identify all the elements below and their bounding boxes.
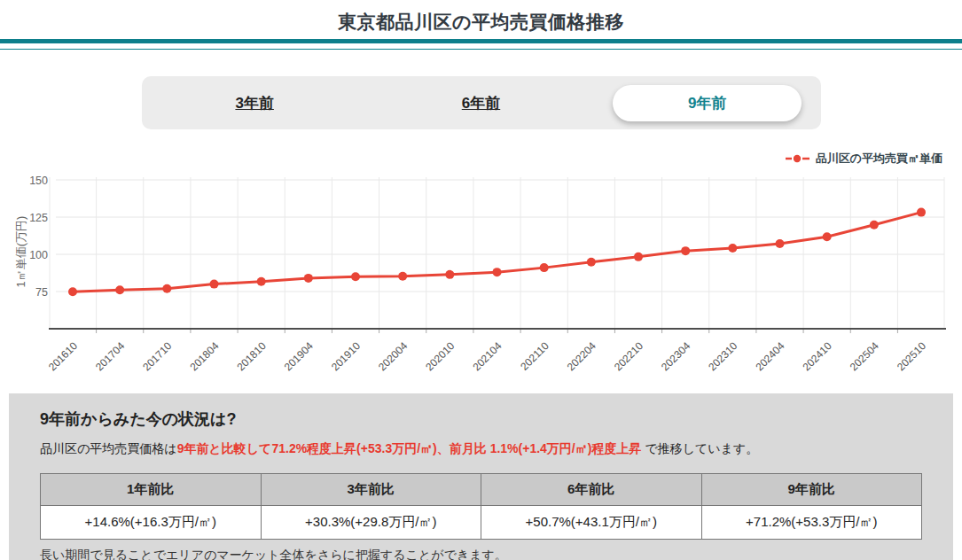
x-tick-label: 201610 [46,339,80,373]
value-3years: +30.3%(+29.8万円/㎡) [261,506,481,540]
value-9years: +71.2%(+53.3万円/㎡) [701,506,922,540]
data-point [398,272,407,281]
data-point [917,208,926,217]
x-tick-label: 202510 [895,339,928,373]
x-tick-label: 201904 [282,339,316,373]
page-header: 東京都品川区の平均売買価格推移 [0,0,962,50]
page-title: 東京都品川区の平均売買価格推移 [0,0,962,35]
data-point [445,270,454,279]
summary-text: 品川区の平均売買価格は9年前と比較して71.2%程度上昇(+53.3万円/㎡)、… [40,439,922,457]
data-point [351,272,360,281]
summary-text-highlight: 9年前と比較して71.2%程度上昇(+53.3万円/㎡)、前月比 1.1%(+1… [177,441,642,455]
divider-thick [0,39,962,43]
data-point [540,263,549,272]
x-tick-label: 201704 [93,339,127,373]
tab-6years[interactable]: 6年前 [368,76,594,129]
x-tick-label: 201710 [140,339,174,373]
data-point [257,277,266,286]
header-1year: 1年前比 [41,474,262,506]
x-tick-label: 202410 [801,339,834,373]
tab-9years[interactable]: 9年前 [594,76,820,129]
data-point [304,274,313,283]
tab-3years[interactable]: 3年前 [142,76,368,129]
value-6years: +50.7%(+43.1万円/㎡) [481,506,702,540]
x-tick-label: 202204 [565,339,598,373]
x-tick-label: 202404 [753,339,786,373]
price-line [73,213,921,292]
summary-heading: 9年前からみた今の状況は? [40,408,922,431]
x-tick-label: 202010 [423,339,457,373]
x-tick-label: 202504 [848,339,881,373]
data-point [728,244,737,253]
period-tab-bar: 3年前 6年前 9年前 [142,76,821,129]
data-point [115,285,124,294]
comparison-table-header-row: 1年前比 3年前比 6年前比 9年前比 [41,474,922,506]
x-tick-label: 201810 [235,339,269,373]
data-point [870,221,879,229]
data-point [823,232,832,241]
legend-label: 品川区の平均売買㎡単価 [816,151,942,167]
x-tick-label: 201804 [187,339,221,373]
y-axis-label: 1㎡単価(万円) [14,216,27,288]
x-tick-label: 202104 [470,339,504,373]
y-tick-label: 75 [35,286,48,299]
header-9years: 9年前比 [701,474,922,506]
value-1year: +14.6%(+16.3万円/㎡) [41,506,262,540]
x-tick-label: 202304 [659,339,692,373]
x-tick-label: 202310 [706,339,739,373]
data-point [210,280,219,289]
data-point [493,268,502,276]
chart-legend: 品川区の平均売買㎡単価 [0,151,942,167]
price-chart: 7510012515020161020170420171020180420181… [13,175,962,385]
summary-text-prefix: 品川区の平均売買価格は [40,441,177,455]
header-3years: 3年前比 [261,474,481,506]
x-tick-label: 202210 [612,339,645,373]
y-tick-label: 125 [29,212,48,224]
data-point [681,246,690,255]
panel-note: 長い期間で見ることでエリアのマーケット全体をさらに把握することができます。 [40,546,922,560]
data-point [634,253,643,261]
y-tick-label: 100 [29,249,48,261]
legend-line-dot-icon [786,154,809,163]
header-6years: 6年前比 [481,474,702,506]
divider-thin [0,49,962,50]
tab-6years-label[interactable]: 6年前 [462,93,500,113]
comparison-table: 1年前比 3年前比 6年前比 9年前比 +14.6%(+16.3万円/㎡) +3… [40,473,922,540]
x-tick-label: 201910 [329,339,363,373]
y-tick-label: 150 [29,175,48,187]
tab-9years-selected[interactable]: 9年前 [613,85,802,121]
data-point [587,258,596,267]
data-point [776,239,785,248]
tab-3years-label[interactable]: 3年前 [235,93,273,113]
summary-panel: 9年前からみた今の状況は? 品川区の平均売買価格は9年前と比較して71.2%程度… [9,393,953,560]
x-tick-label: 202110 [518,339,551,373]
comparison-table-value-row: +14.6%(+16.3万円/㎡) +30.3%(+29.8万円/㎡) +50.… [41,506,922,540]
summary-text-suffix: で推移しています。 [641,441,758,455]
x-tick-label: 202004 [376,339,410,373]
price-chart-svg[interactable]: 7510012515020161020170420171020180420181… [13,175,953,381]
data-point [68,287,77,296]
data-point [162,284,171,293]
